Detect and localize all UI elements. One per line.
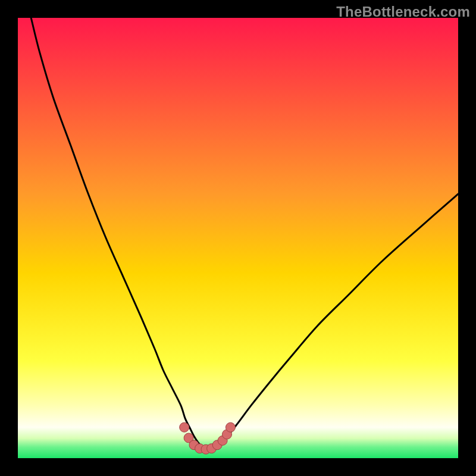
watermark-text: TheBottleneck.com: [336, 4, 470, 20]
optimal-dot: [180, 422, 189, 432]
outer-frame: TheBottleneck.com: [0, 0, 476, 476]
plot-area: [18, 18, 458, 458]
gradient-background: [18, 18, 458, 458]
optimal-dot: [226, 422, 235, 432]
chart-svg: [18, 18, 458, 458]
